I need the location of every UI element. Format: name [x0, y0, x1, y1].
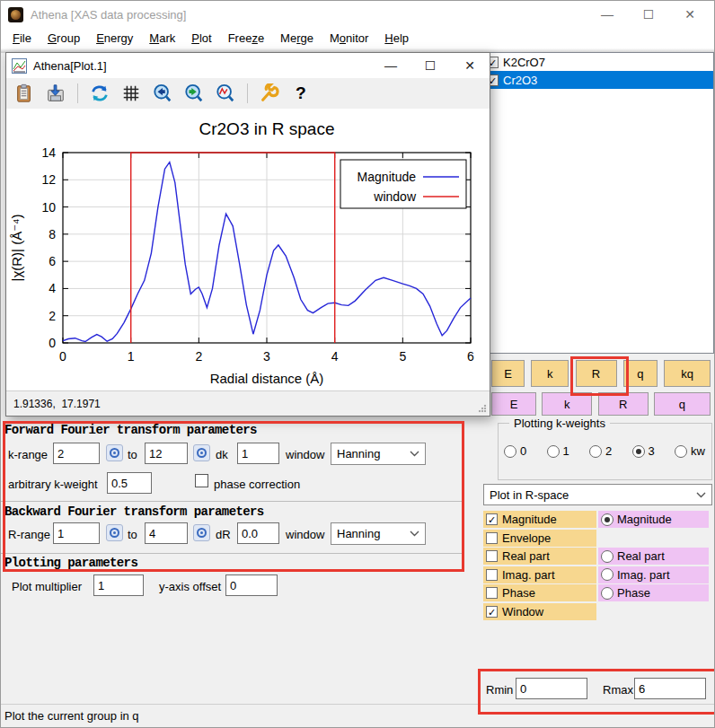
plot-close-button[interactable]: ✕ — [450, 53, 490, 78]
menu-freeze[interactable]: Freeze — [220, 30, 272, 47]
plot-space-button-k[interactable]: k — [531, 360, 569, 387]
plot-buttons-row1: EkRqkq — [491, 360, 711, 387]
radio-icon[interactable] — [547, 445, 560, 458]
plot-option-window[interactable]: ✓Window — [483, 603, 596, 620]
radio-icon[interactable] — [504, 445, 516, 458]
rmax-input[interactable] — [634, 678, 706, 699]
plot-current-button-R[interactable]: R — [598, 392, 649, 416]
radio-icon[interactable] — [632, 445, 645, 458]
plot-minimize-button[interactable]: — — [371, 53, 410, 78]
pluck-kmax-icon[interactable] — [193, 444, 210, 461]
chevron-down-icon — [410, 451, 419, 457]
fwd-window-combobox[interactable]: Hanning — [331, 443, 426, 465]
option-label: Real part — [617, 549, 665, 563]
svg-text:12: 12 — [41, 172, 56, 187]
main-status-bar: Plot the current group in q — [1, 704, 714, 728]
checkbox-icon[interactable]: ✓ — [486, 606, 498, 618]
plot-space-button-q[interactable]: q — [623, 360, 658, 387]
plot-multiplier-input[interactable] — [93, 575, 144, 596]
backward-section-header: Backward Fourier transform parameters — [4, 504, 264, 519]
checkbox-icon[interactable] — [486, 569, 498, 581]
space-selector-combobox[interactable]: Plot in R-space — [483, 484, 712, 505]
plot-space-button-R[interactable]: R — [576, 360, 617, 387]
group-item-K2CrO7[interactable]: ✓K2CrO7 — [484, 53, 713, 71]
zoom-forward-icon[interactable] — [184, 83, 204, 103]
menu-file[interactable]: File — [4, 30, 40, 47]
kweight-option-2[interactable]: 2 — [589, 444, 612, 458]
kweight-option-kw[interactable]: kw — [675, 444, 705, 458]
checkbox-icon[interactable] — [486, 550, 498, 562]
plot-current-button-k[interactable]: k — [542, 392, 592, 416]
krange-to-label: to — [128, 448, 137, 461]
plot-option-radios: MagnitudeReal partImag. partPhase — [598, 511, 709, 623]
preferences-icon[interactable] — [260, 83, 279, 103]
kweight-option-1[interactable]: 1 — [547, 444, 569, 458]
plot-multiplier-label: Plot multiplier — [12, 580, 82, 593]
dk-input[interactable] — [237, 443, 279, 464]
resize-grip-icon[interactable] — [478, 404, 487, 413]
grid-icon[interactable] — [121, 83, 141, 103]
radio-icon[interactable] — [601, 513, 613, 526]
group-item-Cr2O3[interactable]: ✓Cr2O3 — [484, 71, 713, 89]
copy-icon[interactable] — [14, 83, 34, 103]
plot-part-imag-part[interactable]: Imag. part — [598, 566, 709, 583]
plot-current-button-q[interactable]: q — [654, 392, 711, 416]
replot-icon[interactable] — [90, 83, 110, 103]
plot-part-real-part[interactable]: Real part — [598, 548, 709, 565]
bwd-window-value: Hanning — [337, 527, 380, 540]
menu-plot[interactable]: Plot — [183, 30, 219, 47]
kweight-label: kw — [691, 444, 705, 458]
krange-to-input[interactable] — [145, 443, 188, 464]
phase-correction-checkbox[interactable] — [195, 474, 208, 487]
bwd-window-combobox[interactable]: Hanning — [331, 522, 426, 545]
checkbox-icon[interactable]: ✓ — [486, 513, 498, 525]
plotting-section-header: Plotting parameters — [4, 556, 137, 570]
menu-merge[interactable]: Merge — [272, 30, 322, 47]
plot-option-envelope[interactable]: Envelope — [483, 530, 596, 547]
close-button[interactable]: ✕ — [669, 1, 711, 28]
plot-option-imag-part[interactable]: Imag. part — [483, 566, 596, 583]
pluck-rmax-icon[interactable] — [193, 524, 210, 541]
menu-energy[interactable]: Energy — [88, 30, 141, 47]
radio-icon[interactable] — [601, 550, 613, 563]
maximize-button[interactable]: ☐ — [628, 1, 669, 28]
plot-current-button-E[interactable]: E — [491, 392, 536, 416]
pluck-rmin-icon[interactable] — [106, 524, 123, 541]
arbitrary-kweight-input[interactable] — [107, 472, 152, 494]
krange-from-input[interactable] — [53, 443, 100, 464]
plot-option-magnitude[interactable]: ✓Magnitude — [483, 511, 596, 528]
radio-icon[interactable] — [589, 445, 602, 458]
checkbox-icon[interactable] — [486, 532, 498, 544]
menu-help[interactable]: Help — [376, 30, 417, 47]
rrange-from-input[interactable] — [53, 522, 100, 544]
save-plot-icon[interactable] — [46, 83, 66, 103]
radio-icon[interactable] — [675, 445, 687, 458]
rmin-input[interactable] — [516, 678, 587, 699]
radio-icon[interactable] — [601, 587, 613, 600]
help-icon[interactable]: ? — [291, 83, 311, 103]
checkbox-icon[interactable] — [486, 587, 498, 599]
pluck-kmin-icon[interactable] — [106, 444, 123, 461]
menu-monitor[interactable]: Monitor — [322, 30, 376, 47]
yaxis-offset-input[interactable] — [225, 575, 278, 596]
kweight-option-3[interactable]: 3 — [632, 444, 655, 458]
yaxis-offset-label: y-axis offset — [159, 580, 221, 593]
plot-part-phase[interactable]: Phase — [598, 584, 709, 601]
radio-icon[interactable] — [601, 568, 613, 581]
menu-mark[interactable]: Mark — [141, 30, 183, 47]
rrange-to-input[interactable] — [145, 522, 188, 544]
plot-option-phase[interactable]: Phase — [483, 584, 596, 601]
zoom-reset-icon[interactable] — [216, 83, 235, 103]
plot-option-real-part[interactable]: Real part — [483, 548, 596, 565]
r-space-chart: Cr2O3 in R space012345602468101214Radial… — [6, 109, 490, 389]
kweight-option-0[interactable]: 0 — [504, 444, 526, 458]
dr-input[interactable] — [237, 522, 279, 544]
plot-maximize-button[interactable]: ☐ — [410, 53, 450, 78]
plot-part-magnitude[interactable]: Magnitude — [598, 511, 709, 528]
rmax-label: Rmax — [603, 683, 633, 697]
zoom-back-icon[interactable] — [153, 83, 172, 103]
plot-space-button-kq[interactable]: kq — [664, 360, 711, 387]
menu-group[interactable]: Group — [40, 30, 88, 47]
minimize-button[interactable]: — — [587, 1, 628, 28]
plot-space-button-E[interactable]: E — [491, 360, 525, 387]
